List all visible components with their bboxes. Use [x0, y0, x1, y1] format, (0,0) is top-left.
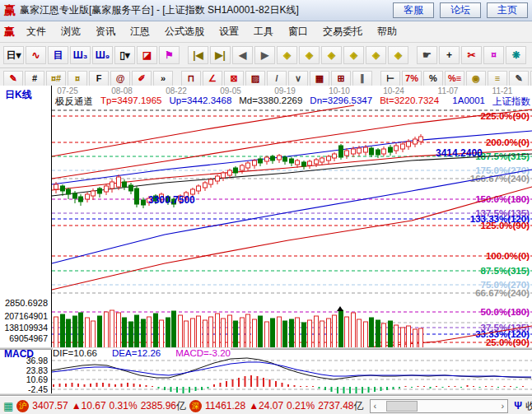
gann-diamond-2-button[interactable]: ◈	[299, 46, 320, 64]
stamp-tool-button[interactable]: ¤	[483, 46, 504, 64]
candlesticks	[54, 134, 423, 208]
menu-item-file[interactable]: 文件	[19, 25, 54, 39]
volume-scale-1: 207164901	[0, 311, 48, 321]
bars3-chart-button[interactable]: Ш₃	[70, 46, 91, 64]
scroll-right-arrow[interactable]: ›	[498, 401, 508, 411]
gann-fan-button[interactable]: ∠	[203, 71, 222, 86]
stock-pick-button[interactable]: ◪	[137, 46, 157, 64]
grid-fill-button[interactable]: ▦	[310, 71, 329, 86]
percent7-button[interactable]: 7%	[402, 71, 422, 86]
menu-item-window[interactable]: 窗口	[281, 25, 315, 39]
title-bar: 赢 赢家江恩专业版[赢家服务平台] - [上证指数 SH1A0001-82日K线…	[0, 0, 532, 21]
horizontal-scrollbar[interactable]: ‹ ›	[370, 399, 509, 413]
annotate-button[interactable]: ✎	[509, 71, 529, 86]
macd-value: MACD=-3.20	[175, 348, 231, 358]
menu-logo: 赢	[4, 25, 15, 40]
svg-text:09-19: 09-19	[274, 86, 296, 95]
price-labels: 3414.24003300.7500	[148, 147, 483, 311]
gann-level-lines: 225.0%(90)200.0%(0)187.5%(315)175.0%(270…	[52, 110, 532, 347]
grid-lines-button[interactable]: #	[25, 71, 44, 86]
shanghai-market-icon[interactable]: 沪	[16, 400, 29, 412]
gann-diamond-6-button[interactable]: ◈	[388, 46, 408, 64]
gold-grid2-button[interactable]: ¤	[68, 71, 87, 86]
prev-page-button[interactable]: ◀	[232, 46, 253, 64]
gann-diamond-3-button[interactable]: ◈	[321, 46, 342, 64]
up-value: Up=3442.3468	[170, 95, 232, 108]
scroll-left-arrow[interactable]: ‹	[371, 401, 380, 411]
homepage-button[interactable]: 主页	[487, 2, 528, 18]
crosshair-button[interactable]: +	[439, 46, 460, 64]
dif-value: DIF=10.66	[53, 348, 97, 358]
gann-diamond-4-button[interactable]: ◈	[343, 46, 364, 64]
first-page-button[interactable]: |◀	[188, 46, 208, 64]
draw-pen-button[interactable]: ✎	[3, 71, 23, 86]
trend-line-button[interactable]: /	[267, 71, 287, 86]
menu-item-help[interactable]: 帮助	[370, 25, 404, 39]
candle-style-button[interactable]: ▯▾	[114, 46, 135, 64]
box-frame-button[interactable]: ⊓	[181, 71, 201, 86]
svg-text:125.0%(90): 125.0%(90)	[481, 221, 530, 230]
gann-diamond-5-button[interactable]: ◈	[366, 46, 386, 64]
menu-item-browse[interactable]: 浏览	[54, 25, 88, 39]
menu-item-gann[interactable]: 江恩	[123, 25, 157, 39]
customer-service-button[interactable]: 客服	[393, 2, 434, 18]
channel-name-label: 极反通道	[55, 95, 93, 108]
info-list-button[interactable]: 目	[48, 46, 68, 64]
kline-period-button[interactable]: 日▾	[3, 46, 24, 64]
bars9-chart-button[interactable]: Ш₉	[92, 46, 113, 64]
svg-text:08-08: 08-08	[111, 86, 133, 95]
parallel-lines-button[interactable]: ∥	[352, 71, 372, 86]
titlebar-buttons: 客服 论坛 主页	[393, 2, 528, 18]
svg-text:25.0%(90): 25.0%(90)	[486, 337, 530, 347]
sh-index-amount: 2385.96亿	[141, 399, 186, 413]
receive-label: 收	[525, 399, 532, 413]
macd-scale-3: 10.69	[0, 374, 48, 384]
svg-text:3414.2400: 3414.2400	[436, 147, 483, 159]
percent-lines-button[interactable]: %≡	[445, 71, 464, 86]
sh-index-pct: 0.31%	[110, 400, 138, 412]
measure-scale-button[interactable]: ⊢	[380, 71, 400, 86]
shade-box-button[interactable]: ▨	[245, 71, 265, 86]
status-bar: ▦ 沪 3407.57 ▲10.67 0.31% 2385.96亿 深 1146…	[0, 396, 532, 414]
last-page-button[interactable]: ▶|	[210, 46, 231, 64]
percent-button[interactable]: %	[423, 71, 443, 86]
flag-chart-button[interactable]: ⚑	[159, 46, 180, 64]
grid-arrow-button[interactable]: ⊞	[331, 71, 351, 86]
menu-item-tools[interactable]: 工具	[246, 25, 281, 39]
sh-index-change: ▲10.67	[72, 400, 106, 412]
sz-index-value: 11461.28	[205, 400, 245, 412]
gold-circle-button[interactable]: ◉	[466, 71, 486, 86]
pan-hand-button[interactable]: ☛	[417, 46, 437, 64]
spiral-tool-button[interactable]: @	[110, 71, 130, 86]
gold-levels-button[interactable]: ≡	[488, 71, 507, 86]
erase-tool-button[interactable]: ✂	[461, 46, 482, 64]
gold-grid1-button[interactable]: ¤#	[46, 71, 66, 86]
broadcast-icon[interactable]: Ψ	[514, 400, 522, 412]
menu-bar: 赢 文件 浏览 资讯 江恩 公式选股 设置 工具 窗口 交易委托 帮助	[0, 21, 532, 43]
market-grid-icon[interactable]: ▦	[3, 400, 13, 412]
vee-line-button[interactable]: ∨	[288, 71, 308, 86]
window-title: 赢家江恩专业版[赢家服务平台] - [上证指数 SH1A0001-82日K线]	[20, 3, 299, 17]
measure-pen-button[interactable]: ✐	[132, 71, 152, 86]
menu-item-trading[interactable]: 交易委托	[315, 25, 370, 39]
svg-text:10-10: 10-10	[329, 86, 350, 95]
menu-item-formula-stockpick[interactable]: 公式选股	[157, 25, 212, 39]
next-page-button[interactable]: ▶	[254, 46, 275, 64]
stock-name: 上证指数	[492, 95, 530, 108]
app-logo: 赢	[4, 3, 16, 18]
shenzhen-market-icon[interactable]: 深	[189, 400, 202, 412]
dn-value: Dn=3296.5347	[310, 95, 372, 108]
svg-text:08-22: 08-22	[166, 86, 187, 95]
arc-box-button[interactable]: ⊠	[224, 71, 244, 86]
gann-diamond-1-button[interactable]: ◈	[277, 46, 297, 64]
more-tools-button[interactable]: »	[153, 71, 173, 86]
menu-item-news[interactable]: 资讯	[88, 25, 123, 39]
pattern-tool-button[interactable]: ❋	[506, 46, 526, 64]
curve-tool-button[interactable]: ∿	[26, 46, 46, 64]
fibonacci-f-button[interactable]: F	[89, 71, 109, 86]
forum-button[interactable]: 论坛	[440, 2, 481, 18]
menu-item-settings[interactable]: 设置	[212, 25, 246, 39]
scroll-thumb[interactable]	[386, 401, 418, 412]
volume-bars	[54, 310, 423, 349]
gann-channel-lines	[52, 105, 532, 349]
